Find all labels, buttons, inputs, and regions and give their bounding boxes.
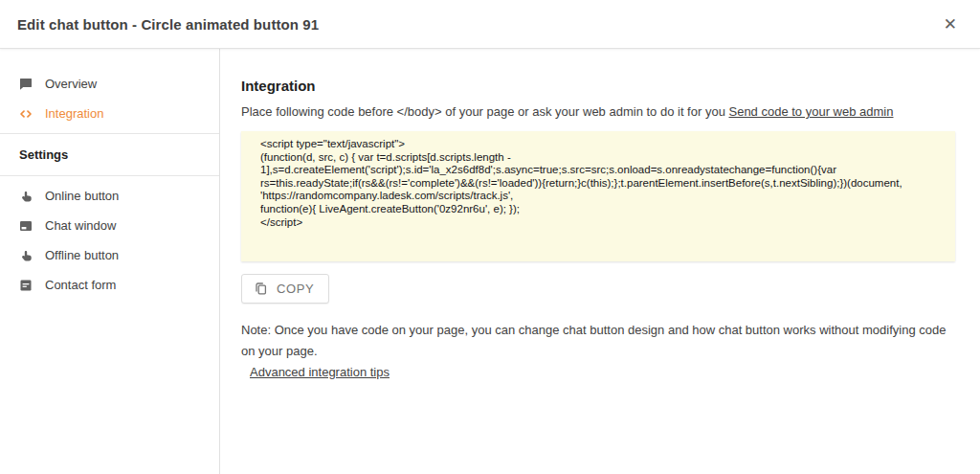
sidebar-item-label: Chat window xyxy=(45,218,116,233)
sidebar-divider xyxy=(0,175,219,176)
sidebar-item-overview[interactable]: Overview xyxy=(0,69,219,99)
code-line: rs=this.readyState;if(rs&&(rs!='complete… xyxy=(260,177,936,191)
instruction-label: Place following code before </body> of y… xyxy=(241,104,725,119)
modal-header: Edit chat button - Circle animated butto… xyxy=(0,0,980,49)
sidebar-item-online-button[interactable]: Online button xyxy=(0,181,219,211)
code-line: <script type="text/javascript"> xyxy=(260,138,936,151)
sidebar-item-offline-button[interactable]: Offline button xyxy=(0,240,219,270)
sidebar-item-chat-window[interactable]: Chat window xyxy=(0,211,219,240)
integration-code-block[interactable]: <script type="text/javascript"> (functio… xyxy=(241,131,955,261)
copy-button-label: COPY xyxy=(277,282,314,296)
modal-body: Overview Integration Settings Online but… xyxy=(0,49,980,474)
integration-panel: Integration Place following code before … xyxy=(220,49,980,474)
code-line: function(e){ LiveAgent.createButton('0z9… xyxy=(260,203,936,216)
sidebar-section-settings: Settings xyxy=(0,139,219,170)
hand-pointer-icon xyxy=(19,249,33,262)
note-text: Note: Once you have code on your page, y… xyxy=(241,320,957,362)
copy-icon xyxy=(254,282,268,296)
sidebar-item-integration[interactable]: Integration xyxy=(0,99,219,128)
modal-title: Edit chat button - Circle animated butto… xyxy=(17,16,319,33)
close-icon[interactable]: ✕ xyxy=(938,12,963,36)
advanced-integration-tips-link[interactable]: Advanced integration tips xyxy=(250,365,390,379)
sidebar: Overview Integration Settings Online but… xyxy=(0,49,220,474)
code-line: </script> xyxy=(260,216,936,230)
copy-button[interactable]: COPY xyxy=(241,274,329,304)
code-line: 1],s=d.createElement('script');s.id='la_… xyxy=(260,164,936,177)
form-icon xyxy=(19,279,33,292)
send-code-link[interactable]: Send code to your web admin xyxy=(728,104,893,119)
page-title: Integration xyxy=(241,78,957,94)
sidebar-item-label: Overview xyxy=(45,77,97,91)
chat-bubble-icon xyxy=(19,78,33,91)
code-line: (function(d, src, c) { var t=d.scripts[d… xyxy=(260,151,936,165)
window-icon xyxy=(19,219,33,233)
code-icon xyxy=(19,107,33,121)
sidebar-item-label: Online button xyxy=(45,189,119,203)
code-line: 'https://randomcompany.ladesk.com/script… xyxy=(260,190,936,203)
hand-pointer-icon xyxy=(19,190,33,203)
sidebar-item-label: Integration xyxy=(45,106,103,121)
sidebar-item-label: Contact form xyxy=(45,278,116,292)
sidebar-item-label: Offline button xyxy=(45,248,119,262)
sidebar-divider xyxy=(0,133,219,134)
sidebar-item-contact-form[interactable]: Contact form xyxy=(0,270,219,300)
instruction-text: Place following code before </body> of y… xyxy=(241,104,957,119)
